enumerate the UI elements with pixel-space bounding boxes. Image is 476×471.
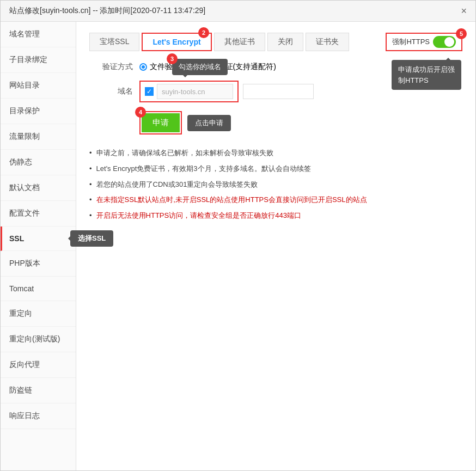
- note-item-4: 开启后无法使用HTTPS访问，请检查安全组是否正确放行443端口: [89, 210, 462, 222]
- step-badge-4: 4: [135, 107, 146, 118]
- domain-checkbox-item[interactable]: ✓: [145, 84, 233, 99]
- check-mark-icon: ✓: [147, 88, 152, 95]
- note-item-3: 在未指定SSL默认站点时,未开启SSL的站点使用HTTPS会直接访问到已开启SS…: [89, 194, 462, 206]
- force-https-toggle[interactable]: [433, 36, 456, 48]
- sidebar-item-reverse-proxy[interactable]: 反向代理: [1, 352, 76, 378]
- step-badge-5: 5: [456, 28, 467, 39]
- domain-input-group: ✓: [139, 81, 239, 102]
- sidebar-item-hotlink[interactable]: 防盗链: [1, 378, 76, 403]
- sidebar-item-redirect-test[interactable]: 重定向(测试版): [1, 327, 76, 352]
- window-title: 站点修改[suyin-tools.cn] -- 添加时间[2020-07-11 …: [9, 6, 205, 16]
- apply-tooltip: 点击申请: [187, 115, 231, 131]
- tab-other-cert[interactable]: 其他证书: [214, 33, 265, 51]
- note-text-1: Let's Encrypt免费证书，有效期3个月，支持多域名。默认会自动续签: [96, 163, 311, 175]
- notes-section: 申请之前，请确保域名已解析，如未解析会导致审核失败 Let's Encrypt免…: [89, 148, 462, 222]
- sidebar-item-ssl[interactable]: SSL 1 选择SSL: [1, 227, 76, 251]
- sidebar-item-dir-protect[interactable]: 目录保护: [1, 99, 76, 124]
- radio-file-icon: [139, 63, 147, 71]
- note-item-2: 若您的站点使用了CDN或301重定向会导致续签失败: [89, 179, 462, 191]
- sidebar-item-tomcat[interactable]: Tomcat: [1, 277, 76, 301]
- step-badge-2: 2: [198, 27, 209, 38]
- sidebar-item-domain-mgmt[interactable]: 域名管理: [1, 22, 76, 47]
- apply-row: 4 申请 点击申请: [89, 111, 462, 134]
- sidebar-item-subdir-bind[interactable]: 子目录绑定: [1, 47, 76, 73]
- title-bar: 站点修改[suyin-tools.cn] -- 添加时间[2020-07-11 …: [1, 1, 475, 22]
- note-text-3: 在未指定SSL默认站点时,未开启SSL的站点使用HTTPS会直接访问到已开启SS…: [96, 194, 367, 206]
- force-https-container: 5 强制HTTPS 申请成功后开启强制HTTPS: [386, 33, 462, 51]
- ssl-tooltip: 选择SSL: [70, 230, 113, 247]
- apply-button[interactable]: 申请: [142, 113, 180, 132]
- apply-btn-wrap: 4 申请: [139, 111, 182, 134]
- step-badge-3: 3: [167, 53, 178, 64]
- note-text-2: 若您的站点使用了CDN或301重定向会导致续签失败: [96, 179, 258, 191]
- sidebar-item-php-version[interactable]: PHP版本: [1, 251, 76, 277]
- sidebar-item-flow-limit[interactable]: 流量限制: [1, 124, 76, 150]
- sidebar-item-default-doc[interactable]: 默认文档: [1, 175, 76, 201]
- domain-tooltip: 勾选你的域名 3: [172, 59, 228, 75]
- apply-wrap: 4 申请 点击申请: [139, 111, 231, 134]
- tabs-row: 2 宝塔SSL Let's Encrypt 其他证书 关闭 证书夹 5 强制HT…: [89, 33, 462, 51]
- domain-tooltip-text: 勾选你的域名: [179, 63, 221, 71]
- domain-row-wrap: 勾选你的域名 3 ✓: [139, 81, 314, 102]
- domain-checkbox[interactable]: ✓: [145, 87, 154, 96]
- force-https-tooltip: 申请成功后开启强制HTTPS: [392, 60, 461, 90]
- note-item-1: Let's Encrypt免费证书，有效期3个月，支持多域名。默认会自动续签: [89, 163, 462, 175]
- sidebar: 域名管理 子目录绑定 网站目录 目录保护 流量限制 伪静态 默认文档 配置文件 …: [1, 22, 76, 470]
- tab-close[interactable]: 关闭: [267, 33, 303, 51]
- note-text-0: 申请之前，请确保域名已解析，如未解析会导致审核失败: [96, 148, 273, 159]
- main-panel: 2 宝塔SSL Let's Encrypt 其他证书 关闭 证书夹 5 强制HT…: [76, 22, 475, 470]
- force-https-label: 强制HTTPS: [392, 37, 430, 47]
- tab-cert-folder[interactable]: 证书夹: [306, 33, 349, 51]
- content-area: 域名管理 子目录绑定 网站目录 目录保护 流量限制 伪静态 默认文档 配置文件 …: [1, 22, 475, 470]
- tab-baota-ssl[interactable]: 宝塔SSL: [89, 33, 139, 51]
- domain-extra-input[interactable]: [243, 84, 314, 99]
- sidebar-item-config-file[interactable]: 配置文件: [1, 201, 76, 227]
- ssl-label: SSL: [9, 234, 24, 243]
- sidebar-item-access-log[interactable]: 响应日志: [1, 403, 76, 429]
- sidebar-item-pseudo-static[interactable]: 伪静态: [1, 150, 76, 175]
- main-window: 站点修改[suyin-tools.cn] -- 添加时间[2020-07-11 …: [0, 0, 476, 471]
- domain-input-field[interactable]: [157, 84, 233, 99]
- sidebar-item-site-dir[interactable]: 网站目录: [1, 73, 76, 99]
- note-item-0: 申请之前，请确保域名已解析，如未解析会导致审核失败: [89, 148, 462, 159]
- close-button[interactable]: ×: [461, 6, 467, 16]
- verify-method-label: 验证方式: [89, 62, 133, 72]
- sidebar-item-redirect[interactable]: 重定向: [1, 301, 76, 327]
- note-text-4: 开启后无法使用HTTPS访问，请检查安全组是否正确放行443端口: [96, 210, 301, 222]
- domain-label: 域名: [89, 87, 133, 96]
